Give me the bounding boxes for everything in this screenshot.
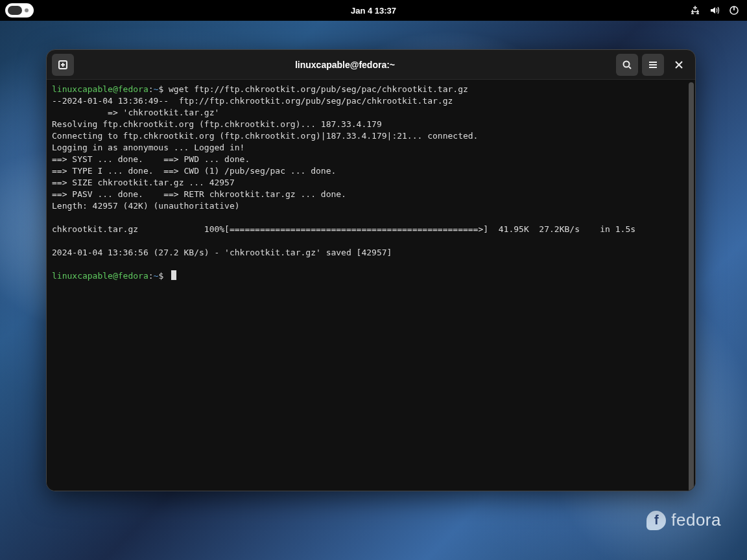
- volume-icon: [709, 5, 720, 16]
- prompt-symbol: $: [158, 84, 169, 94]
- workspace-dot-icon: [25, 8, 29, 12]
- power-icon: [729, 5, 739, 16]
- menu-button[interactable]: [642, 54, 664, 76]
- terminal-scrollbar[interactable]: [689, 82, 694, 491]
- terminal-title: linuxcapable@fedora:~: [78, 60, 612, 70]
- cursor: [171, 270, 176, 280]
- system-tray[interactable]: [690, 5, 739, 16]
- workspace-indicator-icon: [8, 6, 22, 15]
- activities-button[interactable]: [5, 3, 34, 18]
- terminal-content[interactable]: linuxcapable@fedora:~$ wget ftp://ftp.ch…: [47, 80, 695, 491]
- terminal-window: linuxcapable@fedora:~ linuxcapable@fedor…: [46, 49, 696, 491]
- clock[interactable]: Jan 4 13:37: [351, 6, 396, 16]
- fedora-logo: f fedora: [646, 510, 721, 530]
- prompt-user-2: linuxcapable@fedora: [52, 271, 148, 281]
- fedora-text: fedora: [671, 510, 721, 530]
- network-icon: [690, 5, 700, 16]
- terminal-titlebar[interactable]: linuxcapable@fedora:~: [47, 50, 695, 80]
- terminal-output: --2024-01-04 13:36:49-- ftp://ftp.chkroo…: [52, 96, 635, 257]
- close-button[interactable]: [668, 54, 690, 76]
- gnome-top-bar: Jan 4 13:37: [0, 0, 747, 21]
- fedora-badge-icon: f: [646, 511, 666, 530]
- search-button[interactable]: [616, 54, 638, 76]
- prompt-sep: :: [148, 84, 154, 94]
- new-tab-button[interactable]: [52, 54, 74, 76]
- command-text: wget ftp://ftp.chkrootkit.org/pub/seg/pa…: [169, 84, 468, 94]
- svg-point-2: [624, 61, 630, 67]
- prompt-user: linuxcapable@fedora: [52, 84, 148, 94]
